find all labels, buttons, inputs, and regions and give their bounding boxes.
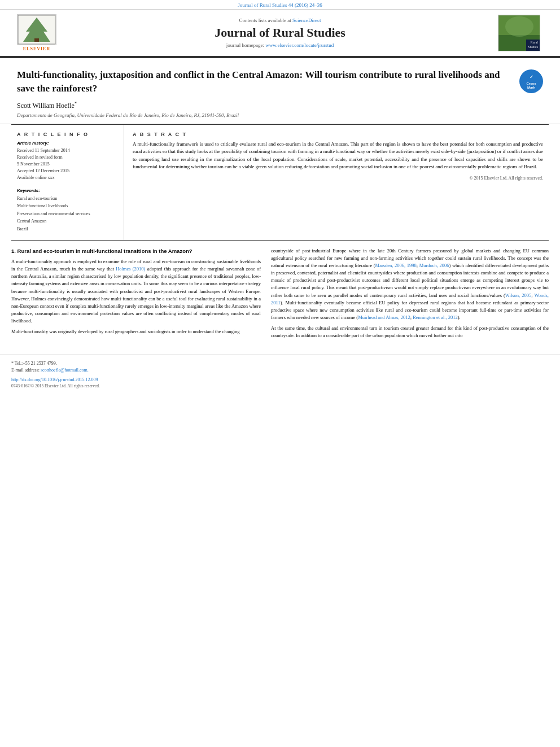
article-title-container: Multi-functionality, juxtaposition and c… [17,68,543,95]
article-info-column: A R T I C L E I N F O Article history: R… [11,125,124,240]
received-date: Received 11 September 2014 [17,147,115,154]
contents-line: Contents lists available at ScienceDirec… [62,18,498,23]
article-info-abstract-section: A R T I C L E I N F O Article history: R… [0,125,560,240]
section-divider-mid [11,240,549,241]
journal-header: ELSEVIER Contents lists available at Sci… [0,10,560,57]
elsevier-logo: ELSEVIER [11,14,62,51]
keyword-4: Central Amazon [17,217,115,225]
footer-doi[interactable]: http://dx.doi.org/10.1016/j.jrurstud.201… [11,377,549,382]
body-paragraph-1: A multi-functionality approach is employ… [11,258,261,325]
crossmark-badge[interactable]: ✓ Cross Mark [519,69,543,93]
elsevier-tree-image [17,14,56,45]
journal-homepage: journal homepage: www.elsevier.com/locat… [62,42,498,48]
revised-date: 5 November 2015 [17,161,115,168]
svg-text:Cross: Cross [526,82,536,85]
affiliation: Departamento de Geografia, Universidade … [17,112,543,118]
keywords-label: Keywords: [17,188,115,193]
rural-studies-thumbnail: RuralStudies [498,15,540,51]
thumbnail-label: RuralStudies [526,40,540,51]
holmes-2010-link[interactable]: Holmes (2010) [116,266,145,272]
wilson-2005-link[interactable]: Wilson, 2005 [505,292,531,298]
article-info-header: A R T I C L E I N F O [17,132,115,137]
body-paragraph-2: Multi-functionality was originally devel… [11,328,261,335]
body-left-column: 1. Rural and eco-tourism in multi-functi… [11,247,271,343]
footnote-tel: * Tel.:+55 21 2537 4799. [11,361,549,366]
doi-link[interactable]: http://dx.doi.org/10.1016/j.jrurstud.201… [11,377,98,382]
keyword-5: Brazil [17,225,115,233]
author-name: Scott William Hoefle* [17,101,543,110]
footnote-email: E-mail address: scotthoefle@hotmail.com. [11,368,549,373]
journal-thumbnail-area: RuralStudies [498,15,549,51]
article-footer: * Tel.:+55 21 2537 4799. E-mail address:… [0,355,560,388]
keyword-1: Rural and eco-tourism [17,195,115,203]
rennington-link[interactable]: Rennington et al., 2012 [413,314,458,320]
svg-text:✓: ✓ [530,75,533,80]
elsevier-name-text: ELSEVIER [23,46,50,51]
svg-point-6 [505,16,533,37]
keyword-3: Preservation and environmental services [17,210,115,218]
keywords-section: Keywords: Rural and eco-tourism Multi-fu… [17,188,115,233]
body-right-column: countryside of post-industrial Europe wh… [271,247,549,343]
available-online: Available online xxx [17,174,115,181]
article-title-section: Multi-functionality, juxtaposition and c… [0,58,560,124]
elsevier-logo-area: ELSEVIER [11,14,62,51]
article-body: 1. Rural and eco-tourism in multi-functi… [0,247,560,343]
murdoch-2006-link[interactable]: Murdoch, 2006 [419,263,449,268]
journal-header-center: Contents lists available at ScienceDirec… [62,18,498,48]
abstract-text: A multi-functionality framework is used … [133,141,543,172]
crossmark-circle: ✓ Cross Mark [519,69,543,93]
muirhead-link[interactable]: Muirhead and Almas, 2012 [358,314,410,320]
journal-homepage-link[interactable]: www.elsevier.com/locate/jrurstud [265,42,334,48]
section1-title: 1. Rural and eco-tourism in multi-functi… [11,247,261,255]
abstract-header: A B S T R A C T [133,132,543,137]
journal-reference-text: Journal of Rural Studies 44 (2016) 24–36 [238,2,322,8]
sciencedirect-link[interactable]: ScienceDirect [292,18,321,23]
keyword-2: Multi-functional livelihoods [17,202,115,210]
svg-rect-2 [34,38,39,42]
history-label: Article history: [17,141,115,146]
abstract-column: A B S T R A C T A multi-functionality fr… [124,125,549,240]
footer-email-link[interactable]: scotthoefle@hotmail.com. [41,368,89,373]
journal-reference-bar: Journal of Rural Studies 44 (2016) 24–36 [0,0,560,10]
svg-point-8 [520,70,542,93]
article-main-title: Multi-functionality, juxtaposition and c… [17,68,519,95]
footer-copyright: 0743-0167/© 2015 Elsevier Ltd. All right… [11,383,549,388]
journal-title: Journal of Rural Studies [62,25,498,40]
body-right-paragraph-1: countryside of post-industrial Europe wh… [271,247,549,322]
marsden-2006-link[interactable]: Marsden, 2006, 1998 [375,263,417,268]
body-right-paragraph-2: At the same time, the cultural and envir… [271,325,549,339]
received-revised-label: Received in revised form [17,154,115,161]
abstract-copyright: © 2015 Elsevier Ltd. All rights reserved… [133,176,543,181]
svg-text:Mark: Mark [527,86,536,89]
accepted-date: Accepted 12 December 2015 [17,168,115,174]
elsevier-tree-svg [18,15,56,45]
